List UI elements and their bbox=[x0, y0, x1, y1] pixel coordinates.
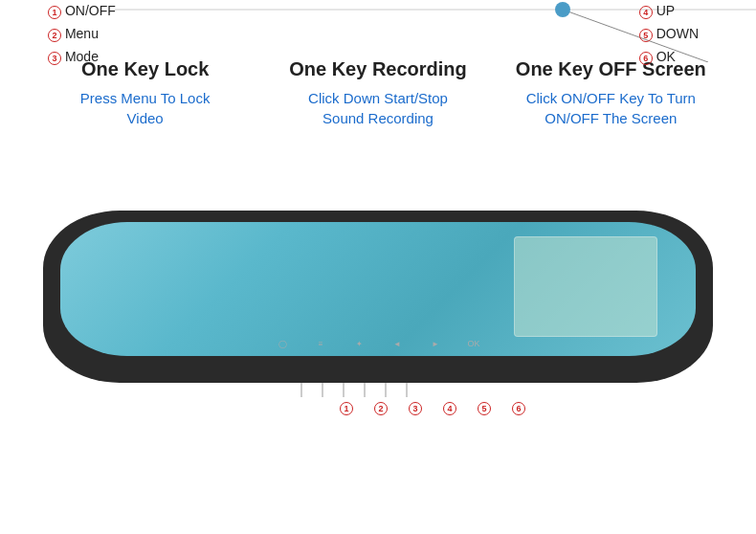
btn-num-3: 3 bbox=[409, 402, 422, 415]
label-num-4: 4 bbox=[639, 6, 653, 19]
labels-right: 4 UP 5 DOWN 6 OK bbox=[639, 0, 699, 68]
label-text-5: DOWN bbox=[656, 26, 699, 41]
labels-left: 1 ON/OFF 2 Menu 3 Mode bbox=[48, 0, 116, 68]
label-text-6: OK bbox=[656, 49, 676, 64]
btn-icon-2: ≡ bbox=[311, 340, 330, 348]
feature-lock-desc: Press Menu To LockVideo bbox=[38, 88, 252, 128]
mirror-buttons-row: ◯ ≡ ✦ ◄ ► OK bbox=[273, 339, 483, 348]
label-text-2: Menu bbox=[65, 26, 99, 41]
mirror-glass: ◯ ≡ ✦ ◄ ► OK bbox=[60, 222, 696, 356]
label-num-6: 6 bbox=[639, 52, 653, 65]
btn-num-5: 5 bbox=[478, 402, 491, 415]
feature-recording-title: One Key Recording bbox=[271, 57, 484, 80]
svg-point-2 bbox=[555, 2, 570, 17]
label-mode: 3 Mode bbox=[48, 46, 116, 69]
feature-one-key-recording: One Key Recording Click Down Start/StopS… bbox=[261, 57, 494, 128]
mirror-body: ◯ ≡ ✦ ◄ ► OK bbox=[43, 211, 713, 383]
label-num-5: 5 bbox=[639, 29, 653, 42]
label-text-4: UP bbox=[656, 3, 675, 18]
label-onoff: 1 ON/OFF bbox=[48, 0, 116, 23]
label-up: 4 UP bbox=[639, 0, 699, 23]
mirror-section: ◯ ≡ ✦ ◄ ► OK bbox=[38, 211, 718, 383]
label-text-3: Mode bbox=[65, 49, 99, 64]
btn-icon-6: OK bbox=[464, 339, 483, 348]
btn-icon-4: ◄ bbox=[388, 340, 407, 348]
label-menu: 2 Menu bbox=[48, 23, 116, 46]
btn-icon-5: ► bbox=[426, 340, 445, 348]
label-down: 5 DOWN bbox=[639, 23, 699, 46]
btn-num-2: 2 bbox=[374, 402, 388, 415]
label-num-2: 2 bbox=[48, 29, 61, 42]
btn-num-4: 4 bbox=[443, 402, 456, 415]
btn-num-6: 6 bbox=[512, 402, 525, 415]
label-num-1: 1 bbox=[48, 6, 61, 19]
btn-icon-1: ◯ bbox=[273, 340, 292, 348]
btn-icon-3: ✦ bbox=[349, 340, 368, 348]
feature-off-desc: Click ON/OFF Key To TurnON/OFF The Scree… bbox=[504, 88, 718, 128]
label-text-1: ON/OFF bbox=[65, 3, 116, 18]
mirror-screen bbox=[514, 236, 657, 337]
btn-num-1: 1 bbox=[340, 402, 353, 415]
feature-recording-desc: Click Down Start/StopSound Recording bbox=[271, 88, 484, 128]
label-num-3: 3 bbox=[48, 52, 61, 65]
button-numbers-row: 1 2 3 4 5 6 bbox=[340, 402, 525, 415]
label-ok: 6 OK bbox=[639, 46, 699, 69]
